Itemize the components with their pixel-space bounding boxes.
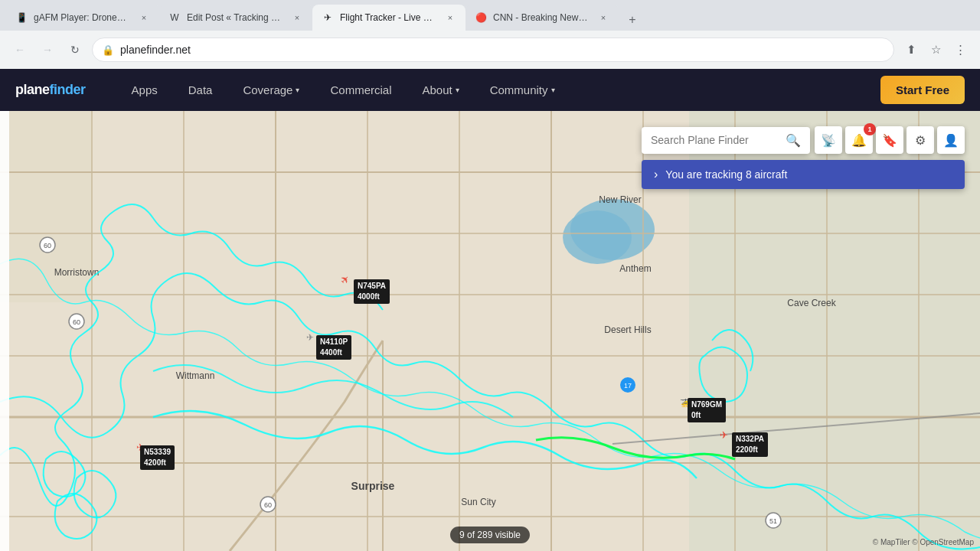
search-input[interactable]: [651, 134, 786, 146]
tracking-banner[interactable]: › You are tracking 8 aircraft: [642, 160, 965, 189]
map-container[interactable]: 60 60 60 17 51 Morristown Wittmann New R…: [0, 111, 980, 551]
navbar: planefinder Apps Data Coverage ▾ Commerc…: [0, 69, 980, 111]
tab-close-button[interactable]: ×: [444, 11, 456, 24]
map-ui: 🔍 📡 🔔 1 🔖 ⚙ 👤 › You are tracking 8 aircr…: [642, 126, 965, 189]
tab-close-button[interactable]: ×: [291, 11, 303, 24]
visible-count: 9 of 289 visible: [450, 527, 530, 543]
svg-point-2: [563, 210, 632, 264]
nav-commercial[interactable]: Commercial: [315, 69, 407, 111]
coverage-dropdown-arrow: ▾: [296, 86, 299, 94]
svg-text:60: 60: [44, 242, 51, 249]
search-bar[interactable]: 🔍: [642, 127, 810, 154]
broadcast-button[interactable]: 📡: [815, 126, 842, 154]
share-button[interactable]: ⬆: [900, 39, 922, 60]
logo[interactable]: planefinder: [15, 82, 86, 98]
about-dropdown-arrow: ▾: [456, 86, 459, 94]
svg-text:Morristown: Morristown: [54, 267, 100, 278]
aircraft-label-N769GM[interactable]: N769GM0ft: [688, 398, 726, 422]
nav-community[interactable]: Community ▾: [475, 69, 570, 111]
aircraft-label-N53339[interactable]: N533394200ft: [140, 445, 175, 470]
svg-text:Cave Creek: Cave Creek: [787, 298, 836, 308]
svg-text:Wittmann: Wittmann: [176, 370, 215, 381]
user-map-button[interactable]: 👤: [937, 126, 965, 154]
forward-button[interactable]: →: [37, 39, 58, 60]
tab-favicon: W: [168, 11, 181, 24]
svg-text:✈: ✈: [720, 429, 728, 441]
svg-text:Desert Hills: Desert Hills: [604, 324, 651, 335]
aircraft-label-N745PA[interactable]: N745PA4000ft: [354, 279, 390, 304]
nav-coverage[interactable]: Coverage ▾: [227, 69, 315, 111]
tab-close-button[interactable]: ×: [138, 11, 150, 24]
settings-map-button[interactable]: ⚙: [906, 126, 934, 154]
svg-text:Anthem: Anthem: [619, 263, 651, 274]
svg-text:✈: ✈: [306, 332, 314, 343]
browser-tab-tab1[interactable]: 📱 gAFM Player: Drone Zo... ×: [6, 5, 159, 31]
tracking-arrow-icon: ›: [654, 168, 658, 181]
nav-data[interactable]: Data: [173, 69, 228, 111]
tab-title: CNN - Breaking News, Lat...: [493, 12, 588, 23]
svg-text:New River: New River: [599, 194, 641, 205]
address-bar[interactable]: 🔒 planefinder.net: [92, 37, 894, 62]
lock-icon: 🔒: [102, 44, 114, 56]
svg-text:Sun City: Sun City: [461, 497, 495, 507]
svg-text:51: 51: [769, 517, 777, 525]
svg-text:17: 17: [624, 382, 632, 390]
svg-text:60: 60: [264, 501, 272, 509]
tab-title: Edit Post « Tracking Naz...: [187, 12, 282, 23]
url-text: planefinder.net: [120, 44, 884, 56]
notification-button[interactable]: 🔔 1: [845, 126, 873, 154]
bookmark-button[interactable]: ☆: [925, 39, 946, 60]
svg-text:60: 60: [73, 318, 80, 326]
tab-title: Flight Tracker - Live Flight...: [340, 12, 435, 23]
tab-favicon: 🔴: [475, 11, 487, 24]
back-button[interactable]: ←: [9, 39, 31, 60]
map-icon-bar: 📡 🔔 1 🔖 ⚙ 👤: [815, 126, 965, 154]
left-sidebar: [0, 111, 9, 551]
start-free-button[interactable]: Start Free: [880, 76, 965, 104]
tab-favicon: 📱: [15, 11, 28, 24]
nav-apps[interactable]: Apps: [116, 69, 173, 111]
nav-links: Apps Data Coverage ▾ Commercial About ▾ …: [116, 69, 880, 111]
reload-button[interactable]: ↻: [64, 39, 86, 60]
search-icon[interactable]: 🔍: [786, 133, 801, 148]
notification-badge: 1: [864, 123, 876, 135]
map-attribution: © MapTiler © OpenStreetMap: [873, 538, 974, 546]
tab-title: gAFM Player: Drone Zo...: [34, 12, 129, 23]
aircraft-label-N332PA[interactable]: N332PA2200ft: [732, 432, 768, 457]
aircraft-label-N4110P[interactable]: N4110P4400ft: [316, 335, 351, 360]
tracking-message: You are tracking 8 aircraft: [665, 168, 787, 181]
browser-tab-tab3[interactable]: ✈ Flight Tracker - Live Flight... ×: [312, 5, 466, 31]
profile-button[interactable]: ⋮: [949, 39, 971, 60]
tab-close-button[interactable]: ×: [597, 11, 609, 24]
bookmark-map-button[interactable]: 🔖: [876, 126, 903, 154]
browser-tab-tab4[interactable]: 🔴 CNN - Breaking News, Lat... ×: [466, 5, 619, 31]
community-dropdown-arrow: ▾: [551, 86, 555, 94]
svg-text:Surprise: Surprise: [351, 480, 395, 492]
tab-favicon: ✈: [322, 11, 334, 24]
browser-tab-tab2[interactable]: W Edit Post « Tracking Naz... ×: [159, 5, 312, 31]
new-tab-button[interactable]: +: [622, 9, 643, 31]
nav-about[interactable]: About ▾: [407, 69, 474, 111]
